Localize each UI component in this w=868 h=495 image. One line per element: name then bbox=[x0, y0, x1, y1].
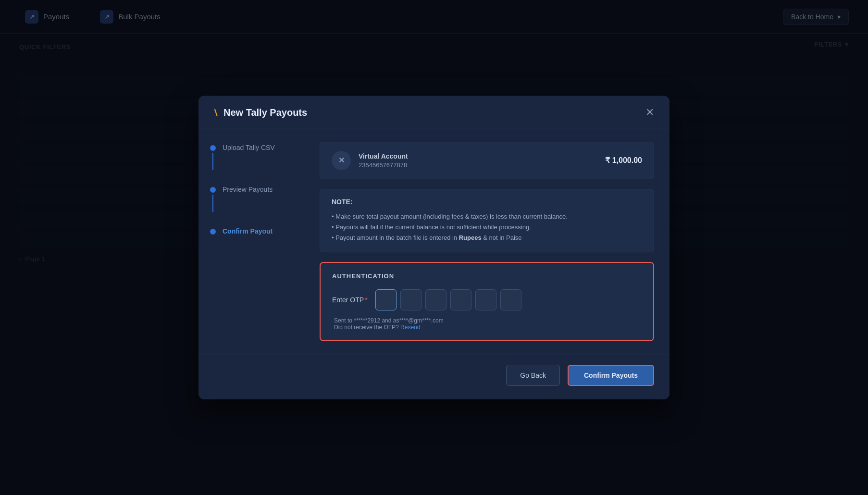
account-name: Virtual Account bbox=[359, 152, 408, 160]
otp-label: Enter OTP* bbox=[332, 296, 368, 304]
step-1: Upload Tally CSV bbox=[210, 144, 292, 186]
otp-label-text: Enter OTP bbox=[332, 296, 364, 304]
otp-input-3[interactable] bbox=[425, 289, 446, 310]
otp-input-4[interactable] bbox=[450, 289, 471, 310]
step-2-label: Preview Payouts bbox=[223, 186, 273, 193]
otp-row: Enter OTP* bbox=[332, 289, 642, 310]
step-2-line bbox=[212, 195, 213, 212]
step-2: Preview Payouts bbox=[210, 186, 292, 227]
account-amount: ₹ 1,000.00 bbox=[605, 156, 642, 165]
otp-required-marker: * bbox=[365, 296, 367, 304]
modal-title-text: New Tally Payouts bbox=[223, 107, 307, 118]
account-card-left: ✕ Virtual Account 23545657677878 bbox=[332, 151, 408, 170]
go-back-button[interactable]: Go Back bbox=[506, 365, 560, 386]
modal-dialog: ⧵ New Tally Payouts ✕ Upload Tally CSV bbox=[198, 96, 670, 399]
note-line-1: • Make sure total payout amount (includi… bbox=[332, 211, 642, 222]
step-1-dot bbox=[210, 145, 216, 151]
step-3: Confirm Payout bbox=[210, 227, 292, 235]
note-box: NOTE: • Make sure total payout amount (i… bbox=[320, 189, 654, 252]
step-1-label: Upload Tally CSV bbox=[223, 144, 275, 151]
modal-title: ⧵ New Tally Payouts bbox=[214, 107, 307, 118]
auth-title: AUTHENTICATION bbox=[332, 272, 642, 280]
step-3-dot-wrap bbox=[210, 227, 216, 235]
resend-link[interactable]: Resend bbox=[400, 324, 420, 331]
note-bold-word: Rupees bbox=[459, 234, 482, 241]
modal-header: ⧵ New Tally Payouts ✕ bbox=[198, 96, 670, 128]
step-1-dot-wrap bbox=[210, 144, 216, 170]
modal-overlay: ⧵ New Tally Payouts ✕ Upload Tally CSV bbox=[0, 0, 868, 495]
virtual-account-card: ✕ Virtual Account 23545657677878 ₹ 1,000… bbox=[320, 142, 654, 179]
step-3-label: Confirm Payout bbox=[223, 227, 273, 235]
otp-input-5[interactable] bbox=[475, 289, 496, 310]
otp-input-6[interactable] bbox=[500, 289, 521, 310]
step-2-dot-wrap bbox=[210, 186, 216, 212]
otp-resend-row: Did not receive the OTP? Resend bbox=[334, 324, 642, 331]
step-2-dot bbox=[210, 187, 216, 193]
modal-title-icon: ⧵ bbox=[214, 107, 218, 118]
account-number: 23545657677878 bbox=[359, 161, 408, 169]
step-1-line bbox=[212, 153, 213, 170]
did-not-receive-text: Did not receive the OTP? bbox=[334, 324, 399, 331]
authentication-box: AUTHENTICATION Enter OTP* bbox=[320, 262, 654, 341]
account-info: Virtual Account 23545657677878 bbox=[359, 152, 408, 169]
step-3-dot bbox=[210, 229, 216, 235]
account-icon: ✕ bbox=[332, 151, 351, 170]
otp-inputs bbox=[375, 289, 521, 310]
otp-sent-message: Sent to ******2912 and as****@gm****.com bbox=[334, 317, 642, 324]
otp-input-1[interactable] bbox=[375, 289, 397, 310]
modal-stepper: Upload Tally CSV Preview Payouts Confirm… bbox=[198, 128, 304, 355]
note-line-2: • Payouts will fail if the current balan… bbox=[332, 222, 642, 233]
confirm-payouts-button[interactable]: Confirm Payouts bbox=[568, 365, 654, 386]
modal-close-button[interactable]: ✕ bbox=[645, 107, 654, 118]
modal-footer: Go Back Confirm Payouts bbox=[198, 355, 670, 399]
modal-main-content: ✕ Virtual Account 23545657677878 ₹ 1,000… bbox=[304, 128, 670, 355]
otp-input-2[interactable] bbox=[400, 289, 422, 310]
modal-body: Upload Tally CSV Preview Payouts Confirm… bbox=[198, 128, 670, 355]
note-title: NOTE: bbox=[332, 198, 642, 206]
note-line-3: • Payout amount in the batch file is ent… bbox=[332, 233, 642, 243]
